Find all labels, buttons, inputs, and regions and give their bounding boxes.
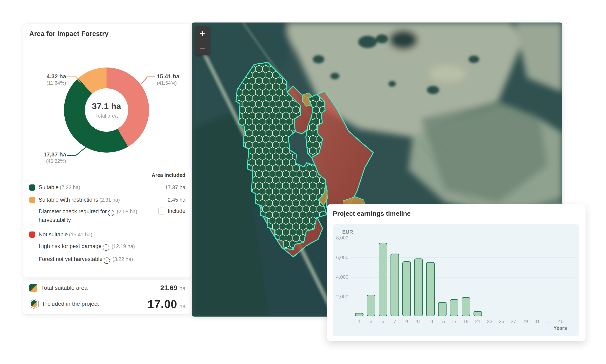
- x-tick-label: 21: [472, 319, 484, 324]
- legend-label: Not suitable: [39, 232, 68, 238]
- sub-item-not-harvestable: Forest not yet harvestablei(3.22 ha): [29, 255, 185, 264]
- donut-total-value: 37.1 ha: [92, 102, 121, 111]
- x-tick-label: 3: [365, 319, 377, 324]
- total-suitable-unit: ha: [179, 285, 185, 292]
- totals-card: Total suitable area 21.69 ha Included in…: [23, 280, 192, 314]
- x-tick-label: 25: [495, 319, 508, 324]
- sub-item-label: Diameter check required for: [39, 208, 107, 215]
- not-suitable-swatch: [29, 232, 35, 238]
- y-tick-label: 6,000: [333, 255, 348, 260]
- zoom-in-button[interactable]: +: [195, 26, 210, 41]
- included-project-icon: [29, 299, 39, 309]
- bar-year-21: [474, 311, 482, 316]
- x-tick-label: 27: [507, 319, 519, 324]
- include-checkbox[interactable]: [158, 208, 165, 215]
- included-project-label: Included in the project: [43, 301, 99, 307]
- x-tick-label: 9: [400, 319, 413, 324]
- slice-label-not-suitable: 15.41 ha (41.54%): [157, 73, 180, 86]
- sub-item-diameter-check: Diameter check required fori(2.08 ha) ha…: [29, 208, 185, 224]
- x-tick-label: 13: [424, 319, 437, 324]
- zoom-out-button[interactable]: −: [195, 41, 210, 55]
- bar-year-17: [450, 299, 458, 316]
- x-tick-label: 19: [460, 319, 472, 324]
- total-suitable-value: 21.69: [160, 284, 177, 292]
- donut-total-label: Total area: [95, 113, 118, 119]
- x-tick-label: 11: [413, 319, 425, 324]
- donut-center: 37.1 ha Total area: [85, 88, 128, 132]
- legend-label: Suitable: [39, 184, 59, 190]
- x-tick-label: ...: [543, 319, 555, 324]
- slice-label-restrictions: 4.32 ha (11.64%): [41, 73, 66, 86]
- slice-label-suitable: 17,37 ha (46.82%): [38, 151, 66, 164]
- sub-item-area: (3.22 ha): [113, 256, 133, 262]
- info-icon[interactable]: i: [108, 210, 114, 216]
- include-label: Include: [168, 208, 185, 214]
- total-suitable-label: Total suitable area: [41, 285, 88, 291]
- x-axis-label: Years: [548, 325, 572, 331]
- x-tick-label: 5: [377, 319, 389, 324]
- page: Area for Impact Forestry 37.1 ha Total a…: [0, 0, 606, 364]
- x-tick-label: 31: [531, 319, 543, 324]
- y-tick-label: 4,000: [333, 274, 348, 280]
- x-tick-label: 1: [353, 319, 365, 324]
- bar-year-5: [379, 243, 387, 316]
- map-zoom-control: + −: [195, 26, 210, 55]
- restrictions-swatch: [29, 197, 35, 203]
- bar-year-19: [462, 297, 470, 316]
- included-project-value: 17.00: [148, 297, 177, 311]
- x-tick-label: 15: [436, 319, 448, 324]
- area-included-value: 2.45 ha: [168, 197, 185, 203]
- x-tick-label: 7: [389, 319, 401, 324]
- legend-row-not-suitable: Not suitable(15.41 ha): [29, 232, 185, 238]
- total-suitable-icon: [29, 284, 38, 292]
- gridline: [351, 238, 575, 238]
- legend-area: (2.31 ha): [99, 197, 120, 203]
- bar-year-11: [414, 259, 423, 316]
- x-tick-label: 17: [448, 319, 460, 324]
- sub-item-label-wrap: harvestability: [39, 217, 71, 223]
- bar-year-13: [426, 262, 435, 316]
- area-summary-card: Area for Impact Forestry 37.1 ha Total a…: [23, 24, 192, 277]
- y-tick-label: 8,000: [333, 235, 348, 241]
- y-tick-label: 2,000: [333, 294, 348, 299]
- bar-year-15: [438, 302, 447, 316]
- included-project-row: Included in the project 17.00 ha: [29, 297, 185, 311]
- bar-year-7: [390, 254, 399, 316]
- earnings-card: Project earnings timeline EUR 8,0006,000…: [327, 204, 586, 341]
- info-icon[interactable]: i: [103, 244, 109, 251]
- suitable-swatch: [29, 184, 35, 191]
- x-tick-label: 23: [484, 319, 496, 324]
- include-group: Include: [158, 208, 185, 215]
- bar-year-3: [367, 295, 375, 316]
- legend-row-restrictions: Suitable with restrictions(2.31 ha) 2.45…: [29, 197, 185, 203]
- sub-item-label: Forest not yet harvestable: [39, 256, 103, 262]
- legend-label: Suitable with restrictions: [39, 197, 98, 203]
- area-included-header: Area included: [29, 172, 185, 178]
- legend-area: (15.41 ha): [69, 232, 92, 237]
- earnings-bar-chart: EUR 8,0006,0004,0002,000 135791113151719…: [333, 224, 580, 336]
- earnings-title: Project earnings timeline: [333, 210, 580, 217]
- bar-year-9: [402, 261, 411, 316]
- x-tick-label: 40: [555, 319, 567, 324]
- sub-item-label: High risk for pest damage: [39, 243, 102, 249]
- legend-area: (7.23 ha): [60, 184, 80, 190]
- sub-item-area: (12.19 ha): [112, 243, 135, 249]
- legend-row-suitable: Suitable(7.23 ha) 17.37 ha: [29, 184, 185, 191]
- x-tick-label: 29: [519, 319, 531, 324]
- included-project-unit: ha: [179, 303, 185, 309]
- info-icon[interactable]: i: [104, 258, 110, 264]
- bar-year-1: [355, 313, 363, 316]
- y-axis-label: EUR: [342, 229, 353, 235]
- area-included-value: 17.37 ha: [165, 184, 185, 191]
- card-title: Area for Impact Forestry: [29, 30, 185, 38]
- sub-item-area: (2.08 ha): [117, 208, 137, 214]
- donut-chart: 37.1 ha Total area 15.41 ha (41.54%) 4.3…: [29, 39, 185, 171]
- total-suitable-row: Total suitable area 21.69 ha: [29, 284, 185, 292]
- sub-item-pest-damage: High risk for pest damagei(12.19 ha): [29, 242, 185, 251]
